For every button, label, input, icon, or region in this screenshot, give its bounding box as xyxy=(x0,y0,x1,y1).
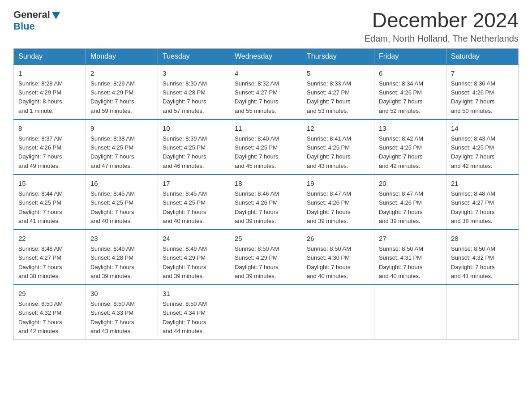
day-number: 12 xyxy=(307,124,369,134)
calendar-cell: 30Sunrise: 8:50 AMSunset: 4:33 PMDayligh… xyxy=(86,285,158,340)
calendar-cell xyxy=(230,285,302,340)
day-info: Sunrise: 8:38 AMSunset: 4:25 PMDaylight:… xyxy=(90,134,153,171)
day-number: 16 xyxy=(90,179,153,189)
calendar-cell xyxy=(374,285,446,340)
calendar-cell: 8Sunrise: 8:37 AMSunset: 4:26 PMDaylight… xyxy=(14,120,86,175)
calendar-cell: 31Sunrise: 8:50 AMSunset: 4:34 PMDayligh… xyxy=(158,285,230,340)
day-info: Sunrise: 8:39 AMSunset: 4:25 PMDaylight:… xyxy=(163,134,225,171)
col-header-sunday: Sunday xyxy=(14,48,86,64)
logo-text-blue: Blue xyxy=(13,21,35,32)
day-number: 8 xyxy=(18,124,81,134)
calendar-cell: 25Sunrise: 8:50 AMSunset: 4:29 PMDayligh… xyxy=(230,230,302,285)
day-number: 6 xyxy=(379,68,442,79)
month-title: December 2024 xyxy=(365,9,519,32)
calendar-cell: 18Sunrise: 8:46 AMSunset: 4:26 PMDayligh… xyxy=(230,175,302,230)
col-header-monday: Monday xyxy=(86,48,158,64)
day-number: 31 xyxy=(163,289,225,299)
day-info: Sunrise: 8:33 AMSunset: 4:27 PMDaylight:… xyxy=(307,79,369,116)
day-number: 2 xyxy=(90,68,153,79)
calendar-cell: 13Sunrise: 8:42 AMSunset: 4:25 PMDayligh… xyxy=(374,120,446,175)
logo: General Blue xyxy=(13,9,63,32)
week-row-2: 8Sunrise: 8:37 AMSunset: 4:26 PMDaylight… xyxy=(14,120,519,175)
day-info: Sunrise: 8:47 AMSunset: 4:26 PMDaylight:… xyxy=(379,189,442,226)
logo-text-general: General xyxy=(13,9,50,21)
calendar-cell: 9Sunrise: 8:38 AMSunset: 4:25 PMDaylight… xyxy=(86,120,158,175)
day-info: Sunrise: 8:36 AMSunset: 4:26 PMDaylight:… xyxy=(451,79,514,116)
day-number: 17 xyxy=(163,179,225,189)
calendar-cell: 11Sunrise: 8:40 AMSunset: 4:25 PMDayligh… xyxy=(230,120,302,175)
day-info: Sunrise: 8:49 AMSunset: 4:28 PMDaylight:… xyxy=(90,244,153,281)
calendar-cell: 21Sunrise: 8:48 AMSunset: 4:27 PMDayligh… xyxy=(446,175,519,230)
day-info: Sunrise: 8:46 AMSunset: 4:26 PMDaylight:… xyxy=(235,189,297,226)
day-info: Sunrise: 8:44 AMSunset: 4:25 PMDaylight:… xyxy=(18,189,81,226)
day-info: Sunrise: 8:30 AMSunset: 4:28 PMDaylight:… xyxy=(163,79,225,116)
calendar-cell: 23Sunrise: 8:49 AMSunset: 4:28 PMDayligh… xyxy=(86,230,158,285)
day-info: Sunrise: 8:50 AMSunset: 4:30 PMDaylight:… xyxy=(307,244,369,281)
calendar-cell: 26Sunrise: 8:50 AMSunset: 4:30 PMDayligh… xyxy=(302,230,374,285)
day-number: 3 xyxy=(163,68,225,79)
day-info: Sunrise: 8:50 AMSunset: 4:33 PMDaylight:… xyxy=(90,300,153,336)
day-info: Sunrise: 8:42 AMSunset: 4:25 PMDaylight:… xyxy=(379,134,442,171)
calendar-cell: 6Sunrise: 8:34 AMSunset: 4:26 PMDaylight… xyxy=(374,64,446,120)
day-number: 21 xyxy=(451,179,514,189)
day-info: Sunrise: 8:45 AMSunset: 4:25 PMDaylight:… xyxy=(163,189,225,226)
calendar-cell: 17Sunrise: 8:45 AMSunset: 4:25 PMDayligh… xyxy=(158,175,230,230)
calendar-table: SundayMondayTuesdayWednesdayThursdayFrid… xyxy=(13,48,519,340)
col-header-tuesday: Tuesday xyxy=(158,48,230,64)
calendar-cell: 24Sunrise: 8:49 AMSunset: 4:29 PMDayligh… xyxy=(158,230,230,285)
calendar-cell: 2Sunrise: 8:29 AMSunset: 4:29 PMDaylight… xyxy=(86,64,158,120)
logo-icon: General Blue xyxy=(13,9,61,32)
day-info: Sunrise: 8:34 AMSunset: 4:26 PMDaylight:… xyxy=(379,79,442,116)
day-info: Sunrise: 8:43 AMSunset: 4:25 PMDaylight:… xyxy=(451,134,514,171)
calendar-cell: 3Sunrise: 8:30 AMSunset: 4:28 PMDaylight… xyxy=(158,64,230,120)
day-number: 9 xyxy=(90,124,153,134)
day-info: Sunrise: 8:48 AMSunset: 4:27 PMDaylight:… xyxy=(451,189,514,226)
day-number: 26 xyxy=(307,234,369,244)
col-header-friday: Friday xyxy=(374,48,446,64)
day-info: Sunrise: 8:50 AMSunset: 4:32 PMDaylight:… xyxy=(18,300,81,336)
day-info: Sunrise: 8:40 AMSunset: 4:25 PMDaylight:… xyxy=(235,134,297,171)
day-info: Sunrise: 8:41 AMSunset: 4:25 PMDaylight:… xyxy=(307,134,369,171)
calendar-cell: 15Sunrise: 8:44 AMSunset: 4:25 PMDayligh… xyxy=(14,175,86,230)
day-info: Sunrise: 8:50 AMSunset: 4:34 PMDaylight:… xyxy=(163,300,225,336)
day-info: Sunrise: 8:29 AMSunset: 4:29 PMDaylight:… xyxy=(90,79,153,116)
day-number: 25 xyxy=(235,234,297,244)
calendar-cell: 20Sunrise: 8:47 AMSunset: 4:26 PMDayligh… xyxy=(374,175,446,230)
calendar-cell: 22Sunrise: 8:48 AMSunset: 4:27 PMDayligh… xyxy=(14,230,86,285)
day-info: Sunrise: 8:50 AMSunset: 4:31 PMDaylight:… xyxy=(379,244,442,281)
day-info: Sunrise: 8:45 AMSunset: 4:25 PMDaylight:… xyxy=(90,189,153,226)
day-number: 22 xyxy=(18,234,81,244)
day-number: 4 xyxy=(235,68,297,79)
calendar-cell: 28Sunrise: 8:50 AMSunset: 4:32 PMDayligh… xyxy=(446,230,519,285)
day-number: 28 xyxy=(451,234,514,244)
day-info: Sunrise: 8:48 AMSunset: 4:27 PMDaylight:… xyxy=(18,244,81,281)
calendar-cell xyxy=(446,285,519,340)
calendar-cell: 14Sunrise: 8:43 AMSunset: 4:25 PMDayligh… xyxy=(446,120,519,175)
col-header-thursday: Thursday xyxy=(302,48,374,64)
day-number: 13 xyxy=(379,124,442,134)
calendar-cell xyxy=(302,285,374,340)
day-number: 23 xyxy=(90,234,153,244)
calendar-cell: 16Sunrise: 8:45 AMSunset: 4:25 PMDayligh… xyxy=(86,175,158,230)
day-info: Sunrise: 8:28 AMSunset: 4:29 PMDaylight:… xyxy=(18,79,81,116)
calendar-cell: 27Sunrise: 8:50 AMSunset: 4:31 PMDayligh… xyxy=(374,230,446,285)
calendar-cell: 4Sunrise: 8:32 AMSunset: 4:27 PMDaylight… xyxy=(230,64,302,120)
week-row-3: 15Sunrise: 8:44 AMSunset: 4:25 PMDayligh… xyxy=(14,175,519,230)
week-row-5: 29Sunrise: 8:50 AMSunset: 4:32 PMDayligh… xyxy=(14,285,519,340)
week-row-4: 22Sunrise: 8:48 AMSunset: 4:27 PMDayligh… xyxy=(14,230,519,285)
day-number: 18 xyxy=(235,179,297,189)
svg-marker-0 xyxy=(52,12,60,19)
col-header-saturday: Saturday xyxy=(446,48,519,64)
day-info: Sunrise: 8:50 AMSunset: 4:29 PMDaylight:… xyxy=(235,244,297,281)
day-number: 5 xyxy=(307,68,369,79)
day-number: 27 xyxy=(379,234,442,244)
calendar-cell: 7Sunrise: 8:36 AMSunset: 4:26 PMDaylight… xyxy=(446,64,519,120)
col-header-wednesday: Wednesday xyxy=(230,48,302,64)
day-number: 15 xyxy=(18,179,81,189)
day-info: Sunrise: 8:37 AMSunset: 4:26 PMDaylight:… xyxy=(18,134,81,171)
day-info: Sunrise: 8:49 AMSunset: 4:29 PMDaylight:… xyxy=(163,244,225,281)
day-info: Sunrise: 8:50 AMSunset: 4:32 PMDaylight:… xyxy=(451,244,514,281)
day-number: 1 xyxy=(18,68,81,79)
day-number: 24 xyxy=(163,234,225,244)
calendar-cell: 29Sunrise: 8:50 AMSunset: 4:32 PMDayligh… xyxy=(14,285,86,340)
